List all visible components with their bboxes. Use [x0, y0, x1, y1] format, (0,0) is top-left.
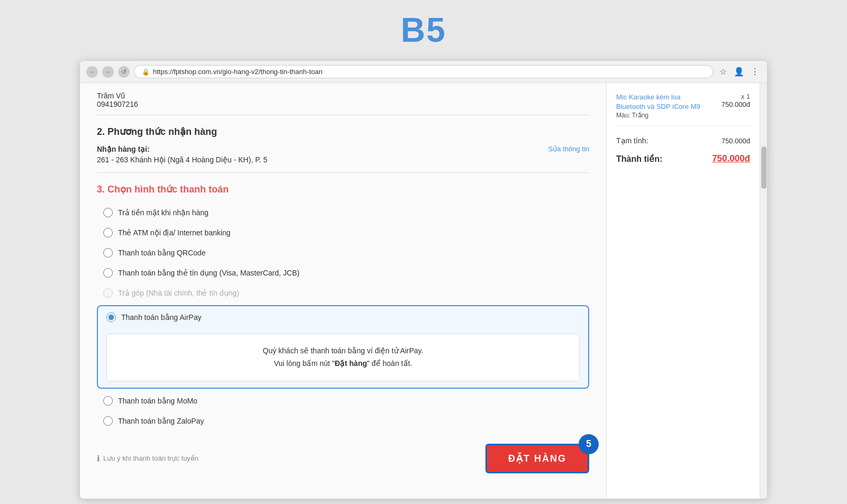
forward-button[interactable]: →: [102, 66, 114, 78]
payment-radio-airpay[interactable]: [106, 313, 116, 322]
order-summary-item: Mic Karaoke kèm loa Bluetooth và SDP iCo…: [616, 93, 750, 126]
scrollbar-thumb[interactable]: [761, 146, 767, 189]
airpay-info-line2: Vui lòng bấm nút "Đặt hàng" để hoàn tất.: [118, 358, 569, 370]
user-phone: 0941907216: [97, 100, 589, 108]
payment-option-zalopay[interactable]: Thanh toán bằng ZaloPay: [97, 411, 589, 431]
payment-radio-momo[interactable]: [103, 396, 113, 406]
url-bar[interactable]: 🔒 https://fptshop.com.vn/gio-hang-v2/tho…: [134, 65, 713, 78]
page-title: B5: [401, 11, 446, 50]
section-payment-title: 3. Chọn hình thức thanh toán: [97, 184, 589, 195]
note-link[interactable]: ℹ Lưu ý khi thanh toán trực tuyến: [97, 454, 199, 463]
payment-label-airpay: Thanh toán bằng AirPay: [121, 313, 201, 322]
airpay-info-line1: Quý khách sẽ thanh toán bằng ví điện tử …: [118, 345, 569, 358]
browser-content: Trâm Vũ 0941907216 2. Phương thức nhận h…: [80, 83, 767, 499]
airpay-radio-row: Thanh toán bằng AirPay: [106, 313, 580, 322]
order-button-wrap: ĐẶT HÀNG 5: [485, 444, 589, 473]
payment-radio-atm[interactable]: [103, 228, 113, 237]
payment-option-cash[interactable]: Trả tiền mặt khi nhận hàng: [97, 203, 589, 223]
payment-options: Trả tiền mặt khi nhận hàng Thẻ ATM nội đ…: [97, 203, 589, 431]
main-content: Trâm Vũ 0941907216 2. Phương thức nhận h…: [80, 83, 606, 499]
delivery-info-left: Nhận hàng tại: 261 - 263 Khánh Hội (Ngã …: [97, 145, 267, 164]
payment-radio-credit[interactable]: [103, 268, 113, 278]
delivery-info-row: Nhận hàng tại: 261 - 263 Khánh Hội (Ngã …: [97, 145, 589, 164]
delivery-label: Nhận hàng tại:: [97, 145, 267, 153]
payment-option-atm[interactable]: Thẻ ATM nội địa/ Internet banking: [97, 223, 589, 243]
payment-option-airpay[interactable]: Thanh toán bằng AirPay Quý khách sẽ than…: [97, 305, 589, 389]
menu-button[interactable]: ⋮: [749, 66, 761, 78]
order-summary: Mic Karaoke kèm loa Bluetooth và SDP iCo…: [606, 83, 760, 499]
payment-radio-qr[interactable]: [103, 248, 113, 258]
step-badge: 5: [579, 434, 599, 454]
section-payment: 3. Chọn hình thức thanh toán Trả tiền mặ…: [97, 173, 589, 482]
payment-label-installment: Trả góp (Nhà tài chính, thẻ tín dụng): [118, 289, 239, 297]
payment-option-credit[interactable]: Thanh toán bằng thẻ tín dụng (Visa, Mast…: [97, 263, 589, 283]
back-button[interactable]: ←: [86, 66, 98, 78]
total-value: 750.000đ: [712, 153, 750, 164]
payment-radio-zalopay[interactable]: [103, 416, 113, 426]
note-label: Lưu ý khi thanh toán trực tuyến: [103, 454, 199, 462]
url-text: https://fptshop.com.vn/gio-hang-v2/thong…: [153, 68, 322, 76]
star-button[interactable]: ☆: [717, 66, 729, 78]
payment-label-momo: Thanh toán bằng MoMo: [118, 397, 197, 405]
info-icon: ℹ: [97, 454, 100, 463]
subtotal-value: 750.000đ: [722, 137, 750, 145]
profile-button[interactable]: 👤: [733, 66, 745, 78]
airpay-info-box: Quý khách sẽ thanh toán bằng ví điện tử …: [106, 334, 580, 381]
payment-radio-installment: [103, 288, 113, 298]
scrollbar[interactable]: [760, 83, 767, 499]
item-details: Mic Karaoke kèm loa Bluetooth và SDP iCo…: [616, 93, 702, 119]
user-name: Trâm Vũ: [97, 91, 589, 100]
payment-option-qr[interactable]: Thanh toán bằng QRCode: [97, 243, 589, 263]
payment-label-credit: Thanh toán bằng thẻ tín dụng (Visa, Mast…: [118, 269, 300, 277]
bottom-bar: ℹ Lưu ý khi thanh toán trực tuyến ĐẶT HÀ…: [97, 435, 589, 473]
lock-icon: 🔒: [142, 68, 150, 76]
edit-link[interactable]: Sửa thông tin: [548, 145, 589, 153]
item-price-col: x 1 750.000đ: [708, 93, 750, 119]
reload-button[interactable]: ↺: [118, 66, 130, 78]
section-delivery: 2. Phương thức nhận hàng Nhận hàng tại: …: [97, 115, 589, 173]
payment-option-installment[interactable]: Trả góp (Nhà tài chính, thẻ tín dụng): [97, 283, 589, 303]
browser-actions: ☆ 👤 ⋮: [717, 66, 761, 78]
total-row: Thành tiền: 750.000đ: [616, 149, 750, 168]
section-delivery-title: 2. Phương thức nhận hàng: [97, 126, 589, 138]
payment-option-momo[interactable]: Thanh toán bằng MoMo: [97, 391, 589, 411]
item-name: Mic Karaoke kèm loa Bluetooth và SDP iCo…: [616, 93, 702, 112]
item-qty: x 1: [708, 93, 750, 100]
total-label: Thành tiền:: [616, 154, 662, 164]
user-info: Trâm Vũ 0941907216: [97, 83, 589, 115]
item-price: 750.000đ: [708, 100, 750, 108]
payment-label-qr: Thanh toán bằng QRCode: [118, 249, 205, 257]
subtotal-label: Tạm tính:: [616, 136, 648, 145]
payment-label-atm: Thẻ ATM nội địa/ Internet banking: [118, 228, 230, 237]
browser-window: ← → ↺ 🔒 https://fptshop.com.vn/gio-hang-…: [79, 60, 768, 499]
item-color: Màu: Trắng: [616, 112, 702, 119]
order-button[interactable]: ĐẶT HÀNG: [485, 444, 589, 473]
delivery-address: 261 - 263 Khánh Hội (Ngã 4 Hoàng Diệu - …: [97, 155, 267, 164]
browser-bar: ← → ↺ 🔒 https://fptshop.com.vn/gio-hang-…: [80, 61, 767, 83]
payment-label-cash: Trả tiền mặt khi nhận hàng: [118, 208, 209, 217]
payment-radio-cash[interactable]: [103, 208, 113, 217]
payment-label-zalopay: Thanh toán bằng ZaloPay: [118, 417, 204, 425]
subtotal-row: Tạm tính: 750.000đ: [616, 132, 750, 149]
